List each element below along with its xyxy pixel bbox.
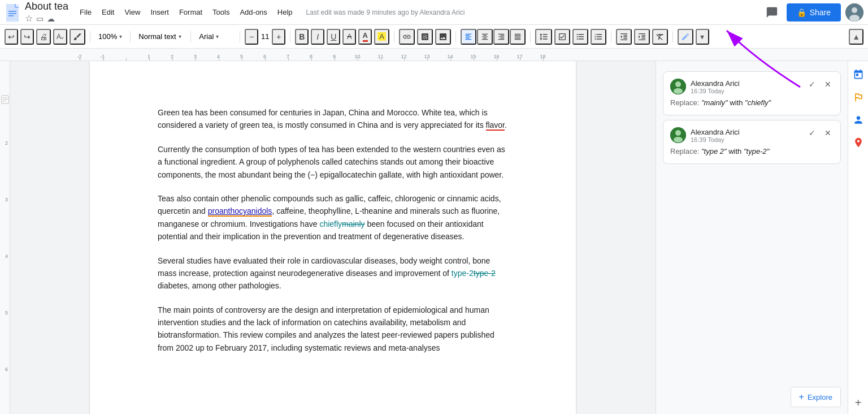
doc-page[interactable]: Green tea has been consumed for centurie… — [90, 61, 576, 414]
share-button[interactable]: 🔒 Share — [787, 3, 841, 21]
original-mainly: mainly — [342, 219, 364, 228]
underline-button[interactable]: U — [327, 29, 340, 45]
menu-insert[interactable]: Insert — [146, 6, 173, 18]
increase-indent-button[interactable] — [634, 29, 650, 45]
separator-2 — [130, 31, 131, 42]
cloud-icon[interactable]: ☁ — [47, 14, 55, 23]
insert-table-button[interactable] — [417, 29, 433, 45]
menu-edit[interactable]: Edit — [97, 6, 119, 18]
doc-area[interactable]: Green tea has been consumed for centurie… — [10, 61, 656, 414]
comment-1-connector: with — [730, 98, 745, 107]
separator-8 — [530, 31, 531, 42]
comment-2-old-text: "type 2" — [701, 147, 727, 156]
comment-2-meta: Alexandra Arici 16:39 Today — [691, 128, 740, 143]
comment-1-reject[interactable]: ✕ — [821, 77, 835, 91]
font-selector[interactable]: Arial ▾ — [196, 29, 235, 45]
decrease-indent-button[interactable] — [616, 29, 632, 45]
comment-2-label: Replace: — [670, 147, 699, 156]
editing-mode-expand[interactable]: ▾ — [696, 29, 709, 45]
redo-button[interactable]: ↪ — [20, 29, 34, 45]
comments-button[interactable] — [762, 2, 782, 23]
svg-point-17 — [674, 137, 683, 143]
align-center-button[interactable] — [477, 29, 493, 45]
comment-1-author: Alexandra Arici — [691, 79, 740, 88]
ruler: -2 -1 1 2 3 4 5 6 — [0, 49, 868, 61]
zoom-selector[interactable]: 100% ▾ — [95, 29, 125, 45]
comment-2-new-text: "type-2" — [744, 147, 769, 156]
numbered-list-button[interactable] — [591, 29, 606, 45]
insert-image-button[interactable] — [435, 29, 451, 45]
menu-view[interactable]: View — [120, 6, 145, 18]
paragraph-1: Green tea has been consumed for centurie… — [158, 106, 508, 132]
doc-icon — [5, 2, 20, 23]
separator-7 — [455, 31, 456, 42]
drive-icon[interactable]: ▭ — [36, 14, 44, 23]
spell-check-button[interactable]: Aᵥ — [53, 29, 67, 45]
menu-format[interactable]: Format — [175, 6, 207, 18]
lock-icon: 🔒 — [797, 8, 806, 17]
zoom-arrow: ▾ — [119, 33, 122, 40]
add-sidebar-item[interactable]: + — [855, 396, 862, 409]
align-justify-button[interactable] — [510, 29, 526, 45]
title-area: About tea ☆ ▭ ☁ — [25, 1, 68, 24]
font-size-value: 11 — [259, 32, 271, 41]
paragraph-3: Teas also contain other phenolic compoun… — [158, 192, 508, 243]
paint-format-button[interactable] — [70, 29, 85, 45]
link-proanthocyanidols[interactable]: proanthocyanidols — [208, 206, 272, 217]
menu-addons[interactable]: Add-ons — [235, 6, 271, 18]
font-size-increase[interactable]: + — [272, 29, 285, 45]
comment-1: Alexandra Arici 16:39 Today ✓ ✕ Replace:… — [663, 71, 841, 115]
undo-button[interactable]: ↩ — [5, 29, 18, 45]
clear-formatting-button[interactable] — [652, 29, 668, 45]
comment-1-accept[interactable]: ✓ — [805, 77, 819, 91]
comment-2-accept[interactable]: ✓ — [805, 126, 819, 140]
toolbar: ↩ ↪ 🖨 Aᵥ 100% ▾ Normal text ▾ Arial ▾ − … — [0, 25, 868, 49]
comment-1-old: "mainly" — [701, 98, 728, 107]
align-right-button[interactable] — [493, 29, 509, 45]
calendar-sidebar-icon[interactable] — [849, 66, 867, 84]
right-sidebar: + — [848, 61, 868, 414]
explore-button[interactable]: + Explore — [791, 387, 841, 407]
svg-point-16 — [675, 130, 681, 136]
highlight-color-button[interactable]: A — [374, 29, 389, 45]
align-group — [461, 29, 526, 45]
maps-sidebar-icon[interactable] — [849, 133, 867, 152]
text-color-button[interactable]: A — [358, 29, 372, 45]
page-indicator — [1, 95, 9, 104]
checklist-button[interactable] — [554, 29, 570, 45]
doc-title[interactable]: About tea — [25, 1, 68, 12]
margin-5: 5 — [5, 310, 8, 316]
font-size-control: − 11 + — [245, 29, 285, 45]
comment-2-reject[interactable]: ✕ — [821, 126, 835, 140]
main-content: 2 3 4 5 6 Green tea has been consumed fo… — [0, 61, 868, 414]
comment-1-header: Alexandra Arici 16:39 Today ✓ ✕ — [670, 79, 834, 94]
bold-button[interactable]: B — [295, 29, 309, 45]
contacts-sidebar-icon[interactable] — [849, 111, 867, 129]
menu-file[interactable]: File — [75, 6, 96, 18]
font-size-decrease[interactable]: − — [245, 29, 258, 45]
collapse-toolbar-button[interactable]: ▲ — [849, 29, 863, 45]
tasks-sidebar-icon[interactable] — [849, 88, 867, 106]
star-icon[interactable]: ☆ — [25, 13, 33, 24]
comment-2-body: Replace: "type 2" with "type-2" — [670, 146, 834, 157]
margin-2: 2 — [5, 140, 8, 146]
line-spacing-button[interactable] — [535, 29, 552, 45]
bullet-list-button[interactable] — [572, 29, 588, 45]
comment-2-old: "type 2" — [701, 147, 727, 156]
print-button[interactable]: 🖨 — [36, 29, 51, 45]
comment-2-author: Alexandra Arici — [691, 128, 740, 136]
comment-1-meta: Alexandra Arici 16:39 Today — [691, 79, 740, 94]
user-avatar[interactable] — [845, 3, 863, 21]
editing-mode-button[interactable] — [678, 29, 693, 45]
explore-label: Explore — [808, 393, 832, 402]
menu-tools[interactable]: Tools — [208, 6, 234, 18]
link-button[interactable] — [399, 29, 415, 45]
explore-btn-container: + Explore — [791, 387, 841, 407]
align-left-button[interactable] — [461, 29, 476, 45]
comment-2-avatar — [670, 127, 686, 143]
menu-help[interactable]: Help — [273, 6, 297, 18]
italic-button[interactable]: I — [311, 29, 324, 45]
font-arrow: ▾ — [216, 33, 219, 40]
strikethrough-button[interactable]: A — [342, 29, 356, 45]
paragraph-style-selector[interactable]: Normal text ▾ — [135, 29, 186, 45]
